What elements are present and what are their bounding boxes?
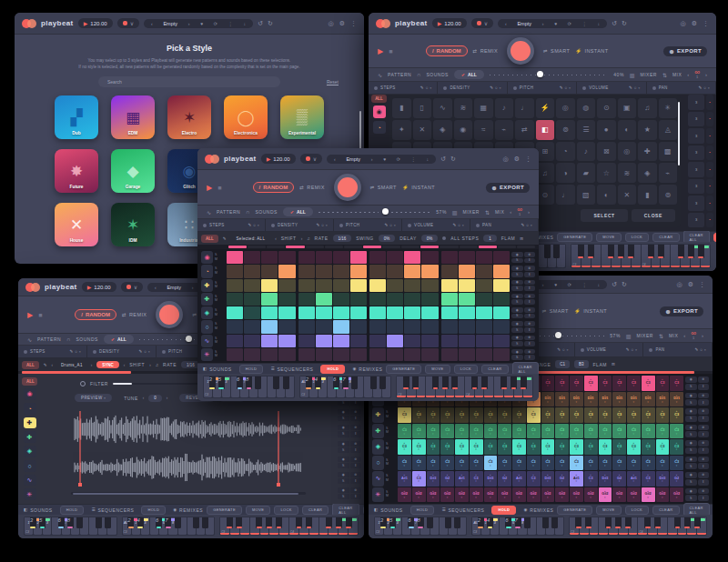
pitch-cell[interactable]: ▴C3▾ xyxy=(455,439,469,455)
style-tile-electronica[interactable]: ◯Electronica xyxy=(224,95,268,139)
step-cell[interactable] xyxy=(261,306,278,319)
pitch-cell[interactable]: ▴C3▾ xyxy=(584,439,598,455)
step-cell[interactable] xyxy=(404,251,420,264)
piano-key-black[interactable] xyxy=(412,376,419,389)
redo-icon[interactable]: ↻ xyxy=(622,20,627,27)
step-cell[interactable] xyxy=(493,348,510,361)
pitch-cell[interactable]: ▴D#3▾ xyxy=(541,471,555,487)
sample-tile[interactable]: ◔ xyxy=(556,142,575,162)
swing-value[interactable]: 0% xyxy=(379,235,396,242)
pitch-cell[interactable]: ▴C3▾ xyxy=(512,424,526,439)
pitch-cell[interactable]: ▴G#2▾ xyxy=(670,487,683,503)
pitch-cell[interactable]: ▴G#2▾ xyxy=(627,487,641,503)
stop-button[interactable]: ■ xyxy=(389,48,392,55)
step-cell[interactable] xyxy=(316,265,332,277)
step-cell[interactable] xyxy=(244,335,260,347)
row-controls[interactable]: ◉⊕S‖ xyxy=(338,424,361,437)
piano-key-black[interactable] xyxy=(276,517,282,528)
sequencers-hold-button[interactable]: HOLD xyxy=(320,365,345,374)
flam-button[interactable]: FLAM xyxy=(593,362,607,367)
pitch-cell[interactable]: ▴C3▾ xyxy=(440,424,454,439)
slider-knob[interactable] xyxy=(382,208,389,215)
track-icon[interactable]: ∿ xyxy=(201,335,213,347)
pitch-cell[interactable]: ▴G#2▾ xyxy=(427,487,440,503)
step-cell[interactable] xyxy=(298,279,315,292)
track-icon[interactable]: ◔ xyxy=(373,121,386,134)
sample-tile[interactable]: ◎ xyxy=(618,142,637,162)
generate-button[interactable]: GENERATE xyxy=(557,233,592,242)
remix-button[interactable]: ⇄REMIX xyxy=(473,48,498,54)
pitch-cell[interactable]: ▴C3▾ xyxy=(555,407,569,423)
sounds-tab[interactable]: SOUNDS xyxy=(426,72,448,77)
step-cell[interactable] xyxy=(404,348,420,361)
sync-button[interactable]: SYNC xyxy=(96,361,119,368)
piano-key-black[interactable] xyxy=(432,376,439,389)
sample-tile[interactable]: ◬ xyxy=(659,120,678,140)
piano-key-black[interactable]: 3 xyxy=(30,517,36,528)
infinity-loop[interactable]: ∞1 xyxy=(694,70,700,79)
pitch-cell[interactable]: ▴C3▾ xyxy=(470,439,483,455)
move-button[interactable]: MOVE xyxy=(596,506,621,515)
sequencers-label[interactable]: SEQUENCERS xyxy=(97,507,134,513)
piano-key-black[interactable]: 7 xyxy=(342,376,349,389)
sync-toggle[interactable]: ∨ xyxy=(300,154,322,164)
preset-next-icon[interactable]: › xyxy=(542,21,544,26)
preset-prev-icon[interactable]: ‹ xyxy=(151,21,153,26)
pencil-icon[interactable]: ✎ xyxy=(223,236,227,241)
remixes-hold-button[interactable]: HOLD xyxy=(363,506,364,515)
pitch-cell[interactable]: ▴C3▾ xyxy=(541,424,555,439)
step-cell[interactable] xyxy=(459,251,475,264)
piano-key-black[interactable] xyxy=(370,376,377,389)
piano-key-black[interactable]: 6 xyxy=(333,376,339,389)
step-cell[interactable] xyxy=(298,265,315,277)
param-icons[interactable]: ✎ ○ ▫ xyxy=(698,85,710,90)
pitch-cell[interactable]: ▴C3▾ xyxy=(670,439,683,455)
piano-key-black[interactable] xyxy=(500,376,507,389)
row-controls[interactable]: ◉⊕S‖ xyxy=(685,376,709,391)
pitch-cell[interactable]: ▴D#1▾ xyxy=(584,392,598,407)
move-button[interactable]: MOVE xyxy=(246,506,270,515)
loop-next-icon[interactable]: › xyxy=(528,209,530,215)
bpm-display[interactable]: ▶120.00 xyxy=(78,18,113,28)
pitch-cell[interactable]: ▴C3▾ xyxy=(584,407,598,423)
piano-key-black[interactable] xyxy=(578,245,584,258)
pitch-cell[interactable]: ▴D#1▾ xyxy=(642,392,655,407)
row-controls[interactable]: ◉⊕S‖ xyxy=(338,487,361,500)
step-cell[interactable] xyxy=(387,265,403,277)
sounds-hold-button[interactable]: HOLD xyxy=(239,365,264,374)
pitch-cell[interactable]: ▴C3▾ xyxy=(484,407,498,423)
track-param-pitch[interactable]: PITCH✎ ○ ▫ xyxy=(508,82,577,94)
trigger-pad[interactable] xyxy=(507,37,534,65)
step-cell[interactable] xyxy=(298,293,315,306)
pitch-cell[interactable]: ▴C3▾ xyxy=(455,424,469,439)
step-cell[interactable] xyxy=(493,251,510,264)
solo-mute[interactable]: SM xyxy=(386,487,389,503)
sounds-hold-button[interactable]: HOLD xyxy=(60,506,85,515)
step-cell[interactable] xyxy=(441,265,458,277)
instant-button[interactable]: ⚡INSTANT xyxy=(574,308,607,314)
style-tile-future[interactable]: ✸Future xyxy=(55,149,98,193)
clear-button[interactable]: CLEAR xyxy=(481,365,508,374)
piano-key-black[interactable] xyxy=(644,517,651,528)
redo-icon[interactable]: ↻ xyxy=(268,20,273,27)
row-controls[interactable]: ◉⊕S‖ xyxy=(685,407,709,423)
allsteps-value[interactable]: 1 xyxy=(483,235,497,242)
pitch-cell[interactable]: ▴C3▾ xyxy=(470,471,483,487)
pitch-cell[interactable]: ▴C3▾ xyxy=(541,407,555,423)
smart-button[interactable]: ⇌SMART xyxy=(543,48,570,54)
pitch-cell[interactable]: ▴C3▾ xyxy=(512,456,526,471)
remixes-label[interactable]: REMIXES xyxy=(530,507,553,513)
step-cell[interactable] xyxy=(459,320,475,333)
sample-tile[interactable]: ▯ xyxy=(413,98,432,118)
step-cell[interactable] xyxy=(227,335,243,347)
sample-tile[interactable]: ✕ xyxy=(618,185,637,205)
track-icon[interactable]: ✳ xyxy=(24,488,36,500)
solo-mute[interactable]: SM xyxy=(215,251,217,264)
preset-prev-icon[interactable]: ‹ xyxy=(155,285,157,290)
solo-mute[interactable]: SM xyxy=(386,407,389,423)
infinity-loop[interactable]: ∞1 xyxy=(691,331,696,340)
preset-prev-icon[interactable]: ‹ xyxy=(505,21,507,26)
loop-next-icon[interactable]: › xyxy=(705,72,707,77)
piano-key-black[interactable] xyxy=(605,517,612,528)
track-icon[interactable]: ◉ xyxy=(373,105,386,118)
